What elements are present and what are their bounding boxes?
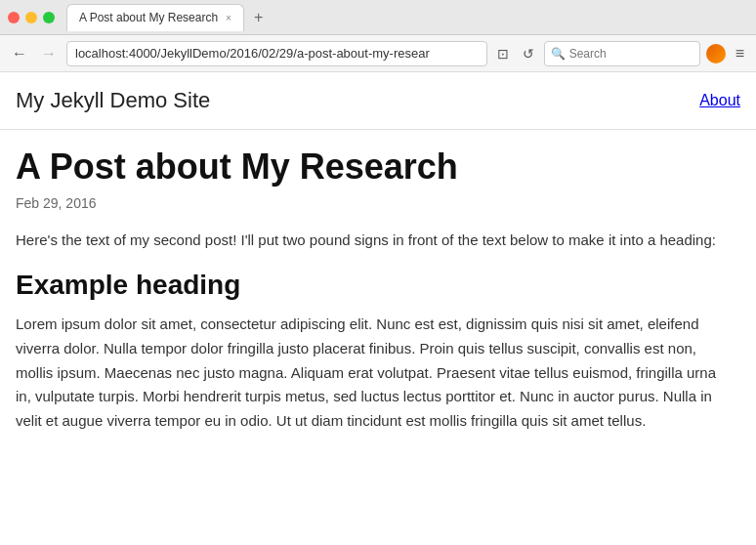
url-input[interactable] xyxy=(66,41,487,66)
website-content: My Jekyll Demo Site About A Post about M… xyxy=(0,72,756,545)
reader-view-button[interactable]: ⊡ xyxy=(493,44,513,63)
reload-button[interactable]: ↺ xyxy=(519,44,538,63)
site-header: My Jekyll Demo Site About xyxy=(0,72,756,130)
post-title: A Post about My Research xyxy=(16,146,727,188)
tab-title: A Post about My Research xyxy=(79,11,218,24)
back-button[interactable]: ← xyxy=(8,43,31,64)
post-intro: Here's the text of my second post! I'll … xyxy=(16,229,727,252)
menu-button[interactable]: ≡ xyxy=(732,43,748,64)
search-icon: 🔍 xyxy=(551,47,566,61)
about-link[interactable]: About xyxy=(699,92,740,108)
post-date: Feb 29, 2016 xyxy=(16,195,727,211)
close-button[interactable] xyxy=(8,12,20,23)
search-box: 🔍 xyxy=(544,41,700,66)
window-controls xyxy=(8,12,55,23)
post-body: Lorem ipsum dolor sit amet, consectetur … xyxy=(16,313,727,434)
maximize-button[interactable] xyxy=(43,12,55,23)
title-bar: A Post about My Research × + xyxy=(0,0,756,35)
site-title: My Jekyll Demo Site xyxy=(16,88,210,113)
forward-button[interactable]: → xyxy=(37,43,61,64)
post-content: A Post about My Research Feb 29, 2016 He… xyxy=(0,130,742,457)
minimize-button[interactable] xyxy=(25,12,37,23)
tab-close-button[interactable]: × xyxy=(226,13,231,23)
site-nav: About xyxy=(699,92,740,109)
new-tab-button[interactable]: + xyxy=(248,7,269,28)
address-bar: ← → ⊡ ↺ 🔍 ≡ xyxy=(0,35,756,72)
post-subheading: Example heading xyxy=(16,270,727,301)
search-input[interactable] xyxy=(569,47,687,61)
tab-bar: A Post about My Research × + xyxy=(66,4,748,31)
active-tab[interactable]: A Post about My Research × xyxy=(66,4,244,31)
firefox-icon[interactable] xyxy=(706,44,726,63)
